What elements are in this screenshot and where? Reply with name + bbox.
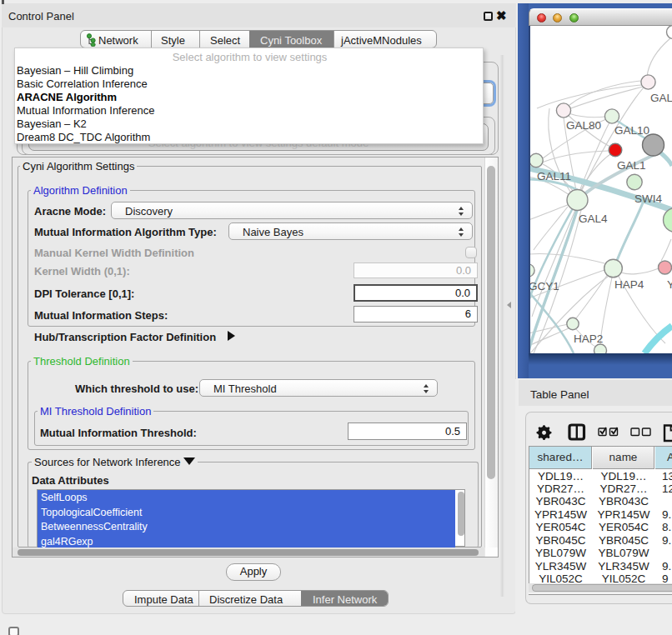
- svg-text:YJR048W: YJR048W: [667, 278, 672, 291]
- svg-text:GAL1: GAL1: [617, 159, 646, 172]
- svg-text:GAL80: GAL80: [566, 119, 601, 132]
- svg-text:GAL11: GAL11: [537, 170, 571, 182]
- svg-text:HAP2: HAP2: [574, 332, 603, 345]
- svg-text:HAP4: HAP4: [614, 278, 644, 291]
- svg-text:GAL10: GAL10: [614, 124, 649, 137]
- svg-text:GAL7: GAL7: [650, 92, 672, 104]
- svg-text:SWI4: SWI4: [634, 192, 662, 205]
- svg-text:GCY1: GCY1: [529, 280, 559, 292]
- svg-text:GAL4: GAL4: [579, 212, 608, 225]
